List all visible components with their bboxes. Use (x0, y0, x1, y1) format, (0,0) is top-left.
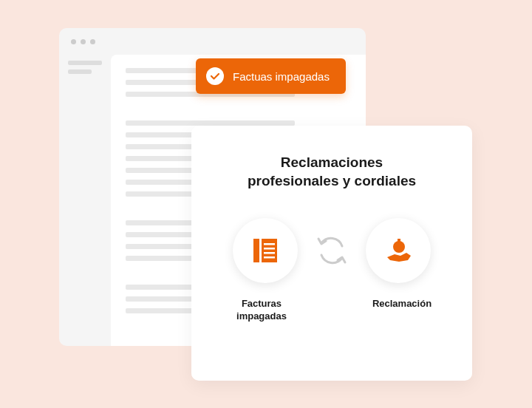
svg-rect-2 (264, 243, 275, 245)
browser-sidebar (59, 55, 111, 346)
svg-rect-0 (253, 239, 259, 262)
card-title-line2: profesionales y cordiales (248, 173, 416, 188)
browser-titlebar (59, 28, 366, 55)
status-badge: Factuas impagadas (196, 58, 346, 94)
svg-rect-5 (264, 256, 275, 259)
svg-point-6 (393, 241, 405, 253)
window-control-dot (90, 39, 95, 44)
invoice-label: Facturas impagadas (221, 298, 302, 323)
sidebar-placeholder (68, 69, 92, 74)
svg-rect-3 (264, 248, 275, 250)
card-title-line1: Reclamaciones (281, 154, 383, 170)
content-placeholder (126, 120, 295, 126)
claim-icon-circle (366, 218, 431, 283)
svg-rect-1 (262, 239, 277, 262)
card-title: Reclamaciones profesionales y cordiales (214, 154, 450, 190)
sidebar-placeholder (68, 61, 102, 65)
check-icon (210, 71, 220, 81)
icons-row (214, 218, 450, 283)
feature-card: Reclamaciones profesionales y cordiales (191, 126, 472, 381)
claim-label: Reclamación (361, 298, 443, 323)
check-circle-icon (206, 67, 224, 85)
svg-rect-4 (264, 252, 275, 254)
invoice-icon-circle (233, 218, 298, 283)
window-control-dot (71, 39, 76, 44)
content-spacer (126, 103, 295, 114)
badge-label: Factuas impagadas (233, 70, 330, 83)
svg-rect-7 (398, 239, 400, 242)
window-control-dot (81, 39, 86, 44)
invoice-icon (249, 234, 282, 267)
labels-row: Facturas impagadas Reclamación (214, 298, 450, 323)
money-hand-icon (381, 234, 415, 268)
refresh-icon (311, 230, 352, 271)
